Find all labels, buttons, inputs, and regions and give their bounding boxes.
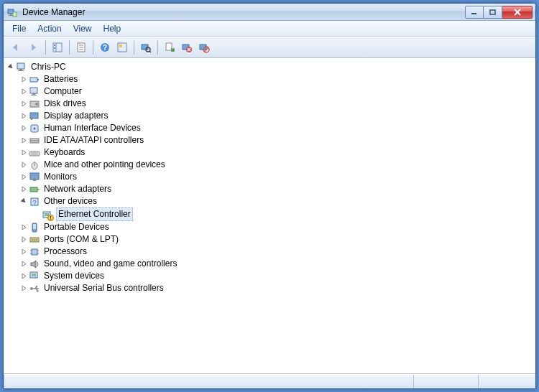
category-icon bbox=[29, 246, 40, 258]
tree-root-node[interactable]: Chris-PC bbox=[5, 61, 534, 73]
expand-icon[interactable] bbox=[19, 88, 28, 96]
category-label: Monitors bbox=[43, 171, 78, 183]
category-node[interactable]: Portable Devices bbox=[18, 221, 534, 233]
expand-icon[interactable] bbox=[19, 136, 28, 145]
minimize-button[interactable] bbox=[465, 6, 484, 19]
properties-button[interactable] bbox=[73, 39, 90, 56]
category-icon bbox=[29, 258, 40, 270]
category-label: Network adapters bbox=[43, 183, 112, 195]
svg-rect-57 bbox=[33, 224, 36, 229]
help-button[interactable]: ? bbox=[96, 39, 114, 56]
menu-view[interactable]: View bbox=[68, 22, 98, 35]
svg-rect-30 bbox=[30, 78, 37, 82]
category-icon bbox=[29, 172, 40, 183]
category-node[interactable]: Computer bbox=[18, 85, 534, 98]
category-node[interactable]: Network adapters bbox=[18, 183, 534, 195]
device-tree: Chris-PC BatteriesComputerDisk drivesDis… bbox=[5, 61, 534, 294]
svg-rect-9 bbox=[54, 47, 55, 49]
device-tree-panel[interactable]: Chris-PC BatteriesComputerDisk drivesDis… bbox=[4, 58, 535, 374]
expand-icon[interactable] bbox=[19, 124, 28, 133]
category-node[interactable]: Disk drives bbox=[18, 98, 534, 110]
collapse-icon[interactable] bbox=[6, 63, 15, 72]
svg-line-20 bbox=[149, 51, 151, 52]
svg-text:?: ? bbox=[103, 44, 107, 52]
svg-rect-4 bbox=[471, 13, 476, 14]
expand-icon[interactable] bbox=[19, 272, 28, 281]
svg-point-69 bbox=[30, 287, 33, 290]
category-node[interactable]: Universal Serial Bus controllers bbox=[18, 282, 534, 294]
category-node[interactable]: Ports (COM & LPT) bbox=[18, 233, 534, 246]
svg-rect-34 bbox=[31, 95, 37, 95]
category-node[interactable]: IDE ATA/ATAPI controllers bbox=[18, 134, 534, 146]
device-node-selected[interactable]: !Ethernet Controller bbox=[31, 207, 534, 221]
category-icon bbox=[29, 222, 40, 233]
category-label: System devices bbox=[43, 270, 105, 282]
expand-icon[interactable] bbox=[19, 112, 28, 121]
forward-button[interactable] bbox=[25, 39, 42, 56]
category-icon bbox=[29, 234, 40, 246]
category-icon bbox=[29, 184, 40, 195]
category-node[interactable]: Sound, video and game controllers bbox=[18, 258, 534, 270]
svg-point-40 bbox=[34, 127, 36, 129]
svg-rect-21 bbox=[166, 43, 172, 50]
update-driver-button[interactable] bbox=[161, 39, 178, 56]
expand-icon[interactable] bbox=[19, 223, 28, 232]
category-node[interactable]: Processors bbox=[18, 246, 534, 258]
category-icon bbox=[29, 123, 40, 134]
device-label: Ethernet Controller bbox=[56, 207, 133, 221]
category-node[interactable]: ?Other devices bbox=[18, 195, 534, 207]
svg-rect-8 bbox=[54, 45, 55, 46]
category-label: Keyboards bbox=[43, 146, 86, 159]
expand-icon[interactable] bbox=[19, 248, 28, 256]
category-icon bbox=[29, 283, 40, 294]
scan-hardware-button[interactable] bbox=[137, 39, 155, 56]
expand-icon[interactable] bbox=[19, 161, 28, 169]
category-label: Portable Devices bbox=[43, 221, 110, 233]
expand-icon[interactable] bbox=[19, 284, 28, 293]
svg-rect-5 bbox=[490, 10, 495, 14]
status-segment bbox=[4, 375, 413, 388]
svg-rect-50 bbox=[30, 187, 37, 192]
category-label: Universal Serial Bus controllers bbox=[43, 282, 165, 294]
computer-icon bbox=[16, 62, 27, 73]
collapse-icon[interactable] bbox=[19, 197, 28, 206]
menu-action[interactable]: Action bbox=[32, 22, 67, 35]
status-segment bbox=[478, 375, 535, 388]
category-node[interactable]: Display adapters bbox=[18, 110, 534, 122]
category-label: Ports (COM & LPT) bbox=[43, 233, 119, 246]
show-hide-tree-button[interactable] bbox=[49, 39, 66, 56]
disable-button[interactable] bbox=[195, 39, 213, 56]
expand-icon[interactable] bbox=[19, 185, 28, 194]
root-label: Chris-PC bbox=[30, 61, 67, 73]
back-button[interactable] bbox=[8, 39, 25, 56]
svg-point-36 bbox=[35, 103, 38, 106]
category-node[interactable]: System devices bbox=[18, 270, 534, 282]
separator bbox=[69, 40, 70, 55]
maximize-button[interactable] bbox=[484, 6, 502, 19]
category-node[interactable]: Human Interface Devices bbox=[18, 122, 534, 134]
category-node[interactable]: Batteries bbox=[18, 73, 534, 85]
expand-icon[interactable] bbox=[19, 149, 28, 157]
expand-icon[interactable] bbox=[19, 100, 28, 108]
category-label: Other devices bbox=[43, 195, 98, 207]
svg-rect-18 bbox=[142, 45, 148, 50]
action-toolbar-button[interactable] bbox=[114, 39, 131, 56]
svg-rect-1 bbox=[10, 14, 11, 15]
expand-icon[interactable] bbox=[19, 260, 28, 269]
category-label: IDE ATA/ATAPI controllers bbox=[43, 134, 144, 146]
menu-help[interactable]: Help bbox=[98, 22, 127, 35]
close-button[interactable] bbox=[502, 6, 533, 19]
category-icon bbox=[29, 111, 40, 122]
menu-file[interactable]: File bbox=[6, 22, 32, 35]
svg-rect-17 bbox=[119, 45, 122, 47]
expand-icon[interactable] bbox=[19, 75, 28, 84]
category-node[interactable]: Keyboards bbox=[18, 146, 534, 159]
titlebar[interactable]: Device Manager bbox=[4, 4, 535, 21]
category-node[interactable]: Mice and other pointing devices bbox=[18, 159, 534, 171]
app-icon bbox=[6, 6, 18, 18]
expand-icon[interactable] bbox=[19, 235, 28, 244]
svg-text:?: ? bbox=[32, 199, 36, 206]
expand-icon[interactable] bbox=[19, 173, 28, 182]
category-node[interactable]: Monitors bbox=[18, 171, 534, 183]
uninstall-button[interactable] bbox=[178, 39, 195, 56]
